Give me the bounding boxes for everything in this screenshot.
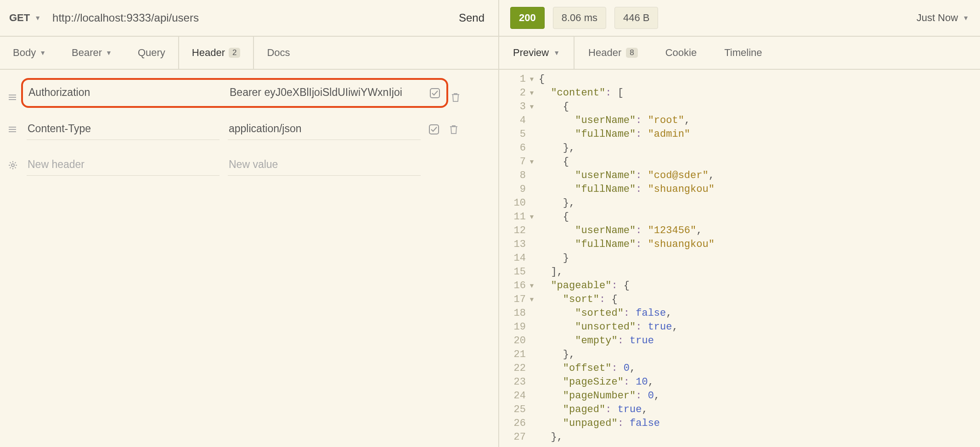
code-content: "paged": true,: [536, 403, 648, 417]
checkbox-checked-icon[interactable]: [430, 88, 442, 98]
line-number: 6: [499, 141, 528, 155]
json-line: 1▼{: [499, 73, 980, 86]
json-line: 26 "unpaged": false: [499, 417, 980, 430]
code-content: "userName": "cod@sder",: [536, 169, 715, 183]
fold-toggle-icon: [528, 251, 536, 265]
header-row: [8, 112, 490, 147]
header-name-input[interactable]: [28, 83, 220, 103]
tab-cookie[interactable]: Cookie: [652, 37, 710, 69]
fold-toggle-icon[interactable]: ▼: [528, 293, 536, 307]
code-content: ],: [536, 265, 563, 279]
line-number: 20: [499, 334, 528, 348]
fold-toggle-icon[interactable]: ▼: [528, 155, 536, 169]
fold-toggle-icon: [528, 141, 536, 155]
response-size-pill[interactable]: 446 B: [614, 7, 659, 29]
line-number: 15: [499, 265, 528, 279]
tab-header[interactable]: Header 2: [178, 37, 254, 69]
response-pane: 200 8.06 ms 446 B Just Now ▼ Preview ▼ H…: [499, 0, 980, 447]
line-number: 21: [499, 348, 528, 362]
drag-handle-icon[interactable]: [8, 125, 18, 134]
trash-icon[interactable]: [451, 92, 463, 102]
fold-toggle-icon: [528, 183, 536, 196]
code-content: "pageSize": 10,: [536, 375, 654, 389]
tab-query[interactable]: Query: [125, 37, 178, 69]
code-content: {: [536, 155, 569, 169]
new-header-name-input[interactable]: [27, 155, 220, 176]
line-number: 24: [499, 389, 528, 403]
line-number: 5: [499, 128, 528, 141]
tab-preview[interactable]: Preview ▼: [499, 37, 574, 69]
gear-icon[interactable]: [8, 161, 18, 170]
line-number: 7: [499, 155, 528, 169]
json-viewer[interactable]: 1▼{2▼ "content": [3▼ {4 "userName": "roo…: [499, 70, 980, 447]
json-line: 2▼ "content": [: [499, 86, 980, 100]
json-line: 23 "pageSize": 10,: [499, 375, 980, 389]
code-content: "userName": "123456",: [536, 224, 702, 238]
header-value-input[interactable]: [229, 83, 422, 103]
json-line: 21 },: [499, 348, 980, 362]
json-line: 18 "sorted": false,: [499, 307, 980, 320]
json-line: 4 "userName": "root",: [499, 114, 980, 128]
fold-toggle-icon: [528, 403, 536, 417]
caret-down-icon: ▼: [34, 14, 41, 22]
fold-toggle-icon: [528, 375, 536, 389]
fold-toggle-icon: [528, 389, 536, 403]
header-value-input[interactable]: [228, 119, 421, 140]
fold-toggle-icon: [528, 128, 536, 141]
tab-response-header[interactable]: Header 8: [574, 37, 652, 69]
code-content: {: [536, 100, 569, 114]
highlighted-header-row: [21, 78, 448, 108]
caret-down-icon: ▼: [106, 49, 112, 56]
fold-toggle-icon[interactable]: ▼: [528, 100, 536, 114]
json-line: 25 "paged": true,: [499, 403, 980, 417]
line-number: 3: [499, 100, 528, 114]
http-method-select[interactable]: GET ▼: [9, 12, 41, 24]
url-input[interactable]: [52, 11, 454, 24]
json-line: 13 "fullName": "shuangkou": [499, 238, 980, 251]
json-line: 20 "empty": true: [499, 334, 980, 348]
line-number: 11: [499, 210, 528, 224]
header-name-input[interactable]: [27, 119, 220, 140]
response-tabs: Preview ▼ Header 8 Cookie Timeline: [499, 37, 980, 70]
checkbox-checked-icon[interactable]: [429, 124, 441, 134]
fold-toggle-icon[interactable]: ▼: [528, 210, 536, 224]
caret-down-icon: ▼: [963, 14, 969, 22]
tab-docs[interactable]: Docs: [254, 37, 303, 69]
tab-auth[interactable]: Bearer ▼: [59, 37, 125, 69]
fold-toggle-icon[interactable]: ▼: [528, 279, 536, 293]
code-content: {: [536, 210, 569, 224]
fold-toggle-icon: [528, 224, 536, 238]
code-content: "pageable": {: [536, 279, 630, 293]
json-line: 8 "userName": "cod@sder",: [499, 169, 980, 183]
drag-handle-icon[interactable]: [8, 93, 18, 101]
new-header-value-input[interactable]: [228, 155, 421, 176]
line-number: 22: [499, 362, 528, 375]
tab-body[interactable]: Body ▼: [0, 37, 59, 69]
history-time-dropdown[interactable]: Just Now ▼: [917, 12, 969, 24]
json-line: 19 "unsorted": true,: [499, 320, 980, 334]
line-number: 23: [499, 375, 528, 389]
status-code-pill[interactable]: 200: [510, 7, 545, 29]
line-number: 17: [499, 293, 528, 307]
line-number: 25: [499, 403, 528, 417]
fold-toggle-icon: [528, 320, 536, 334]
svg-point-2: [11, 164, 14, 167]
svg-rect-1: [429, 125, 439, 134]
history-time-label: Just Now: [917, 12, 958, 24]
line-number: 9: [499, 183, 528, 196]
json-line: 17▼ "sort": {: [499, 293, 980, 307]
request-tabs: Body ▼ Bearer ▼ Query Header 2 Docs: [0, 37, 498, 70]
line-number: 19: [499, 320, 528, 334]
send-button[interactable]: Send: [454, 11, 489, 24]
fold-toggle-icon[interactable]: ▼: [528, 86, 536, 100]
fold-toggle-icon[interactable]: ▼: [528, 73, 536, 86]
trash-icon[interactable]: [449, 124, 461, 134]
line-number: 10: [499, 196, 528, 210]
json-line: 6 },: [499, 141, 980, 155]
line-number: 18: [499, 307, 528, 320]
tab-timeline[interactable]: Timeline: [710, 37, 776, 69]
response-time-pill[interactable]: 8.06 ms: [553, 7, 606, 29]
json-line: 27 },: [499, 430, 980, 444]
fold-toggle-icon: [528, 114, 536, 128]
json-line: 3▼ {: [499, 100, 980, 114]
